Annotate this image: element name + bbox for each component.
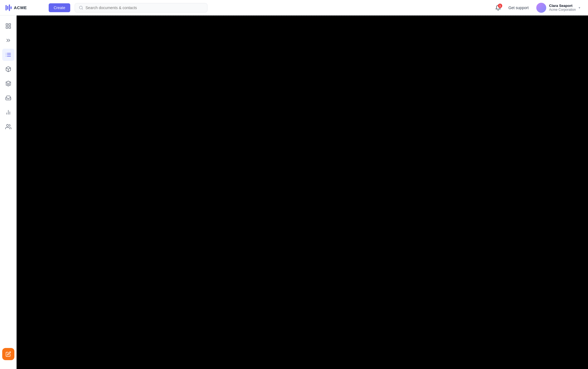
svg-rect-2 bbox=[6, 24, 7, 25]
chevron-down-icon: ▾ bbox=[579, 6, 580, 10]
svg-rect-5 bbox=[9, 27, 10, 28]
user-info: Clara Seaport Acme Corporation bbox=[549, 4, 576, 12]
user-name: Clara Seaport bbox=[549, 4, 576, 8]
sidebar-item-analytics[interactable] bbox=[2, 106, 14, 118]
svg-marker-13 bbox=[6, 81, 11, 84]
sidebar-item-workflows[interactable] bbox=[2, 34, 14, 46]
sidebar-item-contacts[interactable] bbox=[2, 121, 14, 133]
sidebar bbox=[0, 15, 17, 369]
dashboard-icon bbox=[5, 23, 11, 29]
edit-icon bbox=[6, 351, 11, 357]
notification-button[interactable]: 1 bbox=[493, 3, 503, 12]
sidebar-item-dashboard[interactable] bbox=[2, 20, 14, 32]
documents-icon bbox=[5, 52, 11, 58]
contacts-icon bbox=[5, 124, 11, 130]
search-icon bbox=[79, 6, 83, 10]
logo-bar-2 bbox=[7, 6, 8, 10]
sidebar-item-layers[interactable] bbox=[2, 77, 14, 90]
svg-point-17 bbox=[6, 124, 8, 126]
sidebar-bottom bbox=[2, 348, 14, 365]
get-support-button[interactable]: Get support bbox=[508, 6, 529, 10]
user-company: Acme Corporation bbox=[549, 8, 576, 12]
main-content bbox=[17, 15, 588, 369]
box-icon bbox=[5, 66, 11, 72]
header-right: 1 Get support Clara Seaport Acme Corpora… bbox=[493, 2, 582, 14]
create-button[interactable]: Create bbox=[49, 3, 70, 12]
edit-fab-button[interactable] bbox=[2, 348, 14, 360]
user-profile[interactable]: Clara Seaport Acme Corporation ▾ bbox=[534, 2, 582, 14]
logo-bar-4 bbox=[11, 6, 12, 9]
inbox-icon bbox=[5, 95, 11, 101]
sidebar-item-documents[interactable] bbox=[2, 49, 14, 61]
avatar bbox=[536, 3, 546, 13]
analytics-icon bbox=[5, 109, 11, 115]
logo-area: ACME bbox=[6, 4, 44, 11]
avatar-image bbox=[536, 3, 546, 13]
notification-badge: 1 bbox=[498, 4, 502, 8]
layers-icon bbox=[5, 80, 11, 87]
svg-rect-4 bbox=[6, 27, 7, 28]
logo-bar-3 bbox=[9, 4, 10, 11]
chevrons-right-icon bbox=[5, 37, 11, 43]
logo-text: ACME bbox=[14, 5, 27, 10]
sidebar-item-inbox[interactable] bbox=[2, 92, 14, 104]
search-bar bbox=[75, 3, 207, 12]
logo-bar-1 bbox=[6, 5, 7, 11]
svg-line-1 bbox=[82, 9, 83, 9]
logo-icon bbox=[6, 4, 12, 11]
app-header: ACME Create 1 Get support Clara Seaport … bbox=[0, 0, 588, 15]
svg-rect-3 bbox=[9, 24, 10, 25]
sidebar-item-products[interactable] bbox=[2, 63, 14, 75]
search-input[interactable] bbox=[85, 6, 203, 10]
